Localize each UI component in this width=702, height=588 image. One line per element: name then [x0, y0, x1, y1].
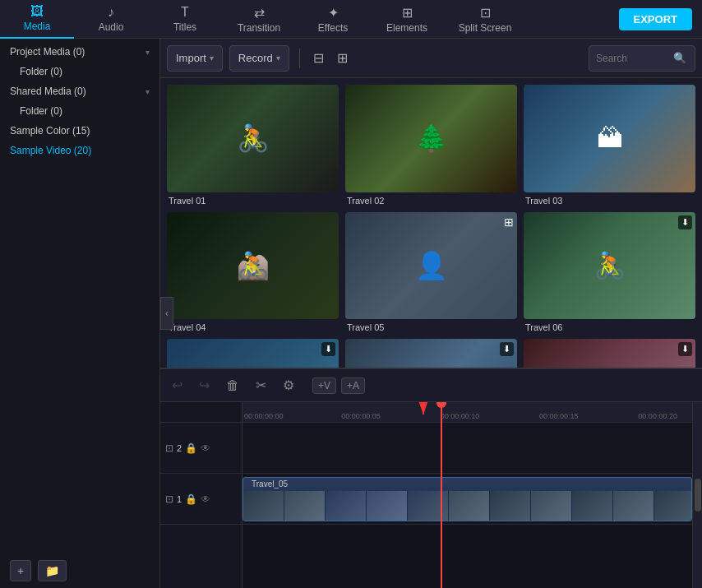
ruler-tick-0: 00:00:00:00 [244, 412, 284, 420]
thumb-visual: 🚴 [167, 85, 339, 192]
download-overlay-icon: ⬇ [321, 342, 335, 356]
sidebar-item-folder-a[interactable]: Folder (0) [0, 62, 159, 81]
download-overlay-icon: ⬇ [678, 342, 692, 356]
media-label-travel02: Travel 02 [345, 196, 517, 206]
sidebar-item-sample-color[interactable]: Sample Color (15) [0, 121, 159, 141]
media-label-travel01: Travel 01 [167, 196, 339, 206]
undo-button[interactable]: ↩ [167, 375, 187, 396]
add-media-button[interactable]: + [10, 560, 31, 581]
media-icon: 🖼 [30, 4, 44, 19]
import-dropdown[interactable]: Import ▾ [167, 45, 223, 72]
filter-button[interactable]: ⊟ [310, 47, 327, 69]
search-input[interactable] [596, 53, 670, 64]
sidebar-item-folder-b[interactable]: Folder (0) [0, 101, 159, 121]
media-label-travel03: Travel 03 [524, 196, 695, 206]
timeline-clip-travel05[interactable]: Travel_05 [242, 477, 692, 521]
add-audio-track-button[interactable]: +A [341, 377, 365, 394]
media-card-travel01[interactable]: 🚴 Travel 01 [167, 85, 339, 206]
elements-icon: ⊞ [402, 5, 413, 21]
ruler-tick-1: 00:00:00:05 [341, 412, 381, 420]
track1-lock-button[interactable]: 🔒 [185, 493, 197, 505]
thumb-visual: 🏝 [345, 339, 517, 368]
media-thumb-travel05: 👤 ⊞ [345, 212, 517, 320]
splitscreen-icon: ⊡ [480, 5, 491, 21]
media-card-travel07[interactable]: 🌊 ⬇ Travel 07 [167, 339, 339, 368]
ruler-tick-4: 00:00:00:20 [638, 412, 677, 420]
nav-item-elements[interactable]: ⊞ Elements [370, 0, 444, 39]
media-card-travel08[interactable]: 🏝 ⬇ Travel 08 [345, 339, 517, 368]
transition-icon: ⇄ [254, 5, 265, 21]
sidebar: Project Media (0) ▾ Folder (0) Shared Me… [0, 39, 160, 588]
timeline-left: ⊡ 2 🔒 👁 ⊡ 1 🔒 👁 [160, 402, 242, 588]
timeline-track-2[interactable] [242, 423, 692, 474]
track2-icon: ⊡ [165, 442, 173, 454]
track2-lock-button[interactable]: 🔒 [185, 442, 197, 454]
track2-eye-button[interactable]: 👁 [201, 442, 210, 454]
import-dropdown-arrow: ▾ [210, 53, 214, 63]
chevron-icon: ▾ [145, 48, 150, 57]
main-layout: Project Media (0) ▾ Folder (0) Shared Me… [0, 39, 702, 588]
media-grid: 🚴 Travel 01 🌲 Travel 02 🏔 Travel [160, 78, 702, 368]
media-card-travel02[interactable]: 🌲 Travel 02 [345, 85, 517, 206]
add-folder-button[interactable]: 📁 [38, 560, 67, 581]
media-thumb-travel04: 🚵 [167, 212, 339, 320]
timeline-ruler-wrap: 00:00:00:00 00:00:00:05 00:00:00:10 00:0… [242, 402, 692, 588]
sidebar-collapse-button[interactable]: ‹ [160, 297, 173, 330]
nav-item-media[interactable]: 🖼 Media [0, 0, 74, 39]
track1-icon: ⊡ [165, 493, 173, 505]
scrollbar-thumb[interactable] [695, 479, 701, 512]
sidebar-item-project-media[interactable]: Project Media (0) ▾ [0, 42, 159, 62]
media-label-travel05: Travel 05 [345, 322, 517, 332]
record-dropdown[interactable]: Record ▾ [229, 45, 289, 72]
chevron-icon: ▾ [145, 87, 150, 96]
audio-icon: ♪ [108, 5, 114, 20]
effects-icon: ✦ [328, 5, 339, 21]
clip-label-travel05: Travel_05 [247, 479, 293, 488]
search-box: 🔍 [589, 45, 695, 72]
delete-button[interactable]: 🗑 [221, 376, 244, 396]
sidebar-item-sample-video[interactable]: Sample Video (20) [0, 141, 159, 160]
sidebar-section: Project Media (0) ▾ Folder (0) Shared Me… [0, 39, 159, 164]
timeline-section: ↩ ↪ 🗑 ✂ ⚙ +V +A ⊡ 2 [160, 368, 702, 588]
nav-item-splitscreen[interactable]: ⊡ Split Screen [444, 0, 526, 39]
media-card-travel06[interactable]: 🚴 ⬇ Travel 06 [524, 212, 695, 333]
thumb-visual: 🌲 [345, 85, 517, 192]
download-overlay-icon: ⬇ [678, 215, 692, 229]
thumb-visual: 🚵 [167, 212, 339, 320]
cut-button[interactable]: ✂ [251, 375, 271, 396]
thumb-visual: 🚴 [524, 212, 695, 320]
grid-overlay-icon: ⊞ [504, 215, 514, 229]
media-thumb-travel02: 🌲 [345, 85, 517, 192]
nav-item-transition[interactable]: ⇄ Transition [222, 0, 296, 39]
track2-num: 2 [177, 443, 182, 453]
toolbar-separator [299, 49, 300, 68]
media-card-travel04[interactable]: 🚵 Travel 04 [167, 212, 339, 333]
redo-button[interactable]: ↪ [194, 375, 215, 396]
timeline-track-1[interactable]: Travel_05 [242, 474, 692, 525]
media-thumb-travel07: 🌊 ⬇ [167, 339, 339, 368]
thumb-visual: 🏔 [524, 85, 695, 192]
timeline-toolbar: ↩ ↪ 🗑 ✂ ⚙ +V +A [160, 369, 702, 402]
track1-eye-button[interactable]: 👁 [201, 493, 210, 505]
nav-item-audio[interactable]: ♪ Audio [74, 0, 148, 39]
track-header-2: ⊡ 2 🔒 👁 [160, 423, 242, 474]
media-card-travel09[interactable]: 🌸 ⬇ Travel 09 [524, 339, 695, 368]
media-label-travel04: Travel 04 [167, 322, 339, 332]
media-card-travel05[interactable]: 👤 ⊞ Travel 05 [345, 212, 517, 333]
add-video-track-button[interactable]: +V [312, 377, 336, 394]
nav-item-effects[interactable]: ✦ Effects [296, 0, 370, 39]
timeline-scrollbar[interactable] [692, 402, 702, 588]
settings-button[interactable]: ⚙ [278, 375, 299, 396]
nav-item-titles[interactable]: T Titles [148, 0, 222, 39]
titles-icon: T [181, 5, 189, 20]
timeline-body: ⊡ 2 🔒 👁 ⊡ 1 🔒 👁 [160, 402, 702, 588]
export-button[interactable]: EXPORT [619, 8, 692, 30]
download-overlay-icon: ⬇ [500, 342, 514, 356]
media-label-travel06: Travel 06 [524, 322, 695, 332]
sidebar-bottom: + 📁 [0, 553, 159, 588]
media-thumb-travel06: 🚴 ⬇ [524, 212, 695, 320]
grid-view-button[interactable]: ⊞ [334, 47, 351, 69]
media-card-travel03[interactable]: 🏔 Travel 03 [524, 85, 695, 206]
sidebar-item-shared-media[interactable]: Shared Media (0) ▾ [0, 81, 159, 101]
media-toolbar: Import ▾ Record ▾ ⊟ ⊞ 🔍 [160, 39, 702, 78]
